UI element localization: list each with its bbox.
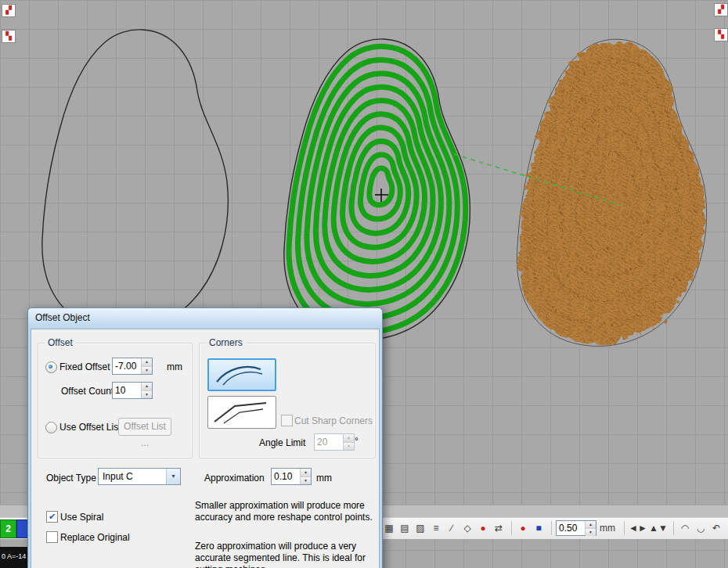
round-corners-button[interactable] bbox=[207, 358, 276, 391]
outline-shape[interactable] bbox=[42, 30, 228, 331]
color-blue-icon[interactable]: ■ bbox=[532, 521, 546, 535]
offset-count-label: Offset Count bbox=[61, 386, 114, 397]
stitch-width-down-button[interactable]: ▼ bbox=[586, 529, 596, 536]
angle-limit-up-button[interactable]: ▲ bbox=[344, 434, 354, 443]
spiral-offset-rings[interactable] bbox=[289, 46, 466, 332]
offset-count-input[interactable]: ▲ ▼ bbox=[112, 382, 153, 399]
angle-limit-down-button[interactable]: ▼ bbox=[344, 443, 354, 451]
swap-direction-icon[interactable]: ⇄ bbox=[492, 521, 506, 535]
stop-point-icon[interactable]: ● bbox=[476, 521, 490, 535]
hatch-fill-icon[interactable]: ▨ bbox=[413, 521, 427, 535]
top-right-tool-icon-1[interactable]: ▞ bbox=[714, 3, 728, 16]
angle-limit-value[interactable] bbox=[315, 434, 343, 450]
stitched-shape[interactable] bbox=[519, 42, 705, 343]
stitch-width-input[interactable]: ▲ ▼ bbox=[556, 520, 596, 536]
approximation-note-1: Smaller approximation will produce more … bbox=[195, 500, 380, 523]
offset-group-label: Offset bbox=[45, 337, 76, 348]
approximation-input[interactable]: ▲ ▼ bbox=[271, 468, 312, 485]
arc-up-icon[interactable]: ◠ bbox=[678, 521, 692, 535]
replace-original-label: Replace Original bbox=[60, 532, 130, 543]
stitch-width-value[interactable] bbox=[557, 521, 585, 535]
fixed-offset-label: Fixed Offset bbox=[59, 361, 110, 372]
object-type-dropdown[interactable]: Input C ▼ bbox=[98, 468, 181, 485]
offset-count-up-button[interactable]: ▲ bbox=[142, 383, 152, 391]
dialog-title[interactable]: Offset Object bbox=[28, 308, 382, 327]
sharp-corners-button[interactable] bbox=[207, 396, 276, 429]
dropdown-arrow-icon[interactable]: ▼ bbox=[166, 469, 180, 484]
layer-badge-blue[interactable] bbox=[16, 519, 28, 538]
fixed-offset-input[interactable]: ▲ ▼ bbox=[112, 358, 153, 375]
fixed-offset-radio[interactable] bbox=[45, 361, 57, 373]
mirror-vertical-icon[interactable]: ▲▼ bbox=[649, 521, 668, 535]
stitch-width-up-button[interactable]: ▲ bbox=[586, 521, 596, 529]
approximation-up-button[interactable]: ▲ bbox=[301, 469, 311, 477]
approximation-unit-label: mm bbox=[316, 473, 332, 484]
use-spiral-checkbox[interactable]: ✔ bbox=[46, 511, 58, 523]
object-type-value: Input C bbox=[99, 469, 166, 484]
object-type-label: Object Type bbox=[46, 473, 96, 484]
corners-group-label: Corners bbox=[206, 337, 246, 348]
angle-limit-unit-label: ° bbox=[355, 436, 359, 447]
grid-fill-icon[interactable]: ▦ bbox=[382, 521, 396, 535]
toolbar-separator bbox=[551, 521, 552, 535]
arc-down-icon[interactable]: ◡ bbox=[694, 521, 708, 535]
offset-count-down-button[interactable]: ▼ bbox=[142, 391, 152, 399]
round-corner-icon bbox=[209, 360, 275, 390]
offset-count-value[interactable] bbox=[113, 383, 141, 398]
approximation-value[interactable] bbox=[272, 469, 300, 484]
angle-limit-input[interactable]: ▲ ▼ bbox=[314, 433, 355, 451]
use-offset-list-radio[interactable] bbox=[45, 422, 57, 433]
application-window: ▞ ▚ ▞ ▚ 2 ▦ ▤ ▨ ≡ ∕ ◇ ● ⇄ ● ■ ▲ ▼ bbox=[0, 0, 728, 568]
approximation-label: Approximation bbox=[204, 473, 265, 484]
fixed-offset-unit-label: mm bbox=[167, 361, 182, 372]
rotate-cw-icon[interactable]: ↷ bbox=[725, 521, 728, 535]
top-right-tool-icon-2[interactable]: ▚ bbox=[714, 28, 728, 41]
offset-object-dialog[interactable]: Offset Object Offset Fixed Offset ▲ ▼ mm… bbox=[27, 307, 383, 568]
stitch-angle-icon[interactable]: ∕ bbox=[445, 521, 459, 535]
layer-badge-green[interactable]: 2 bbox=[0, 519, 16, 538]
fixed-offset-up-button[interactable]: ▲ bbox=[142, 358, 152, 367]
checkmark-icon: ✔ bbox=[49, 512, 56, 521]
replace-original-checkbox[interactable] bbox=[46, 531, 58, 543]
use-spiral-label: Use Spiral bbox=[60, 512, 103, 523]
mirror-horizontal-icon[interactable]: ◄► bbox=[629, 521, 647, 535]
width-unit-label: mm bbox=[596, 521, 618, 535]
color-red-icon[interactable]: ● bbox=[516, 521, 530, 535]
toolbar-separator bbox=[624, 521, 625, 535]
cut-sharp-corners-checkbox[interactable] bbox=[281, 415, 293, 426]
angle-limit-label: Angle Limit bbox=[259, 437, 305, 448]
approximation-down-button[interactable]: ▼ bbox=[301, 477, 311, 485]
approximation-note-2: Zero approximation will produce a very a… bbox=[195, 541, 380, 568]
status-bar: 0 A=-14 bbox=[0, 547, 29, 568]
top-left-tool-icon-1[interactable]: ▞ bbox=[2, 4, 16, 17]
top-left-tool-icon-2[interactable]: ▚ bbox=[2, 30, 16, 43]
fixed-offset-value[interactable] bbox=[113, 358, 141, 374]
cut-sharp-corners-label: Cut Sharp Corners bbox=[294, 415, 373, 426]
node-edit-icon[interactable]: ◇ bbox=[460, 521, 474, 535]
toolbar-separator bbox=[673, 521, 674, 535]
use-offset-list-label: Use Offset List bbox=[59, 422, 121, 433]
density-icon[interactable]: ≡ bbox=[429, 521, 443, 535]
sharp-corner-icon bbox=[208, 397, 276, 428]
offset-list-button[interactable]: Offset List ... bbox=[118, 418, 171, 436]
fixed-offset-down-button[interactable]: ▼ bbox=[142, 367, 152, 375]
toolbar-separator bbox=[511, 521, 512, 535]
pattern-fill-icon[interactable]: ▤ bbox=[398, 521, 412, 535]
rotate-ccw-icon[interactable]: ↶ bbox=[709, 521, 723, 535]
